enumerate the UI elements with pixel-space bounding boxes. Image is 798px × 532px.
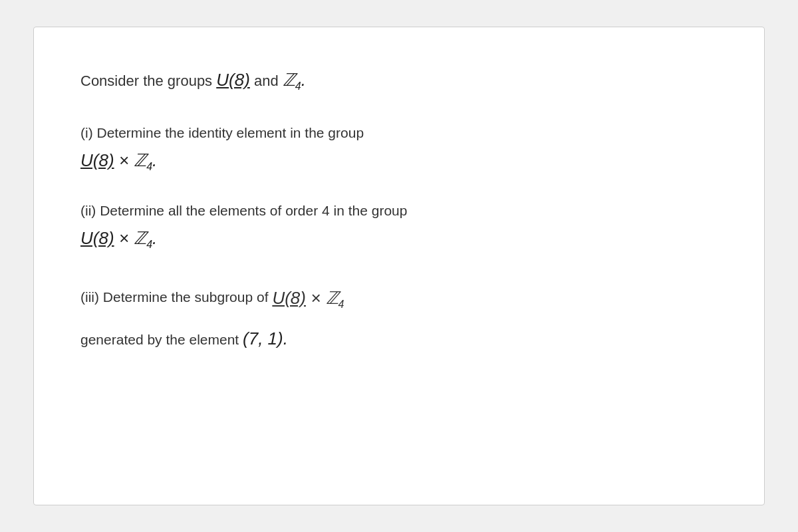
intro-paragraph: Consider the groups U(8) and ℤ4. — [80, 67, 718, 94]
part-iii-block: (iii) Determine the subgroup of U(8) × ℤ… — [80, 283, 718, 354]
part-iii-text1: Determine — [103, 289, 168, 305]
part-i-body: Determine the identity element in the gr… — [97, 125, 364, 140]
part-i-label: (i) — [80, 125, 93, 140]
part-iii-text3: subgroup — [195, 289, 253, 305]
intro-dot: . — [301, 70, 306, 90]
part-ii-block: (ii) Determine all the elements of order… — [80, 199, 718, 253]
part-iii-text5: generated by the element — [80, 332, 239, 347]
part-i-math-text: U(8) × ℤ4. — [80, 150, 157, 170]
intro-text: Consider the groups — [80, 72, 212, 89]
part-ii-dot: . — [152, 228, 157, 248]
intro-group2: ℤ4. — [283, 70, 306, 90]
part-ii-math-text: U(8) × ℤ4. — [80, 228, 157, 248]
part-iii-line2: generated by the element (7, 1). — [80, 324, 718, 353]
part-ii-math-sub: 4 — [146, 239, 152, 250]
part-i-math: U(8) × ℤ4. — [80, 148, 718, 175]
intro-connector: and — [254, 72, 279, 89]
part-ii-body: Determine all the elements of order 4 in… — [100, 203, 407, 218]
part-ii-text: (ii) Determine all the elements of order… — [80, 199, 718, 223]
intro-group2-sub: 4 — [295, 80, 301, 92]
part-ii-math: U(8) × ℤ4. — [80, 225, 718, 253]
part-iii-line1: (iii) Determine the subgroup of U(8) × ℤ… — [80, 283, 718, 313]
part-i-block: (i) Determine the identity element in th… — [80, 121, 718, 175]
part-iii-math-inline: U(8) × ℤ4 — [272, 288, 344, 308]
part-iii-element: (7, 1). — [243, 329, 288, 348]
intro-group1: U(8) — [216, 70, 250, 90]
part-i-text: (i) Determine the identity element in th… — [80, 121, 718, 145]
part-i-dot: . — [152, 150, 157, 170]
part-iii-text2: the — [172, 289, 191, 305]
part-iii-text4: of — [257, 289, 269, 305]
part-ii-label: (ii) — [80, 203, 96, 218]
part-i-math-sub: 4 — [146, 161, 152, 172]
main-card: Consider the groups U(8) and ℤ4. (i) Det… — [33, 27, 765, 505]
part-iii-math-sub: 4 — [338, 299, 344, 310]
part-iii-label: (iii) — [80, 289, 99, 305]
